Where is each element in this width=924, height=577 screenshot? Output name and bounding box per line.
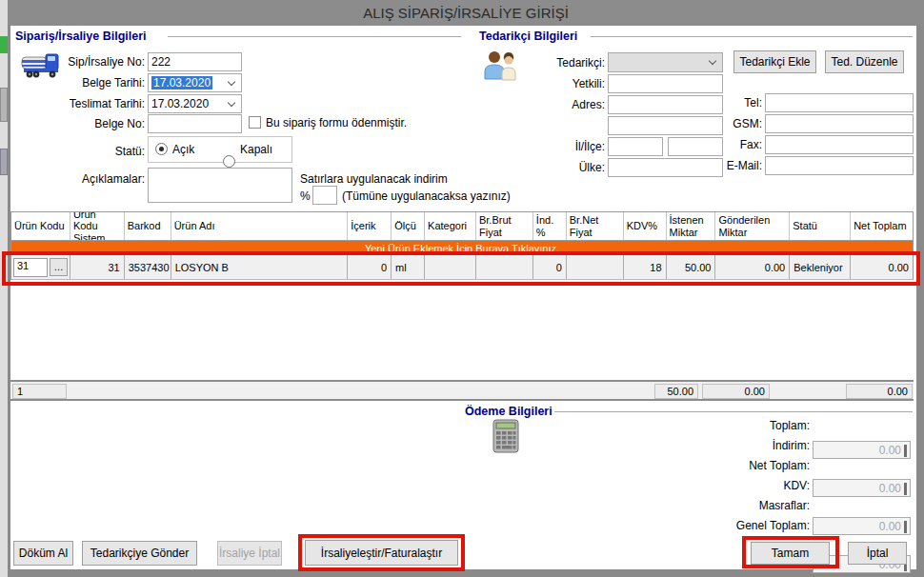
background-window-strip (0, 0, 8, 577)
suppliers-icon (482, 49, 518, 87)
cell-br-brut-fiyat[interactable] (476, 255, 533, 279)
col-header-icerik: İçerik (348, 212, 392, 240)
payment-group-line (554, 411, 913, 412)
discount-text-line1: Satırlara uygulanacak indirim (300, 172, 448, 186)
chevron-down-icon[interactable] (228, 99, 235, 107)
col-header-istenen-miktar: İstenen Miktar (667, 212, 716, 240)
paid-checkbox-label: Bu sipariş formu ödenmiştir. (266, 116, 407, 129)
statu-radio-kapali[interactable] (223, 155, 235, 168)
statu-radio-kapali-label: Kapalı (240, 143, 272, 156)
col-header-urun-adi: Ürün Adı (171, 212, 349, 240)
col-header-net-toplam: Net Toplam (851, 212, 913, 240)
supplier-group-title: Tedarikçi Bilgileri (479, 30, 577, 43)
net-toplam-caret-bar (904, 521, 907, 533)
indirim-value: 0.00 (879, 482, 901, 495)
gsm-input[interactable] (765, 114, 914, 133)
cell-urun-kodu-sistem[interactable]: 31 (70, 255, 125, 279)
toplam-input[interactable]: 0.00 (813, 441, 911, 459)
cell-istenen-miktar[interactable]: 50.00 (667, 255, 716, 279)
calculator-icon (492, 419, 521, 459)
irsaliye-iptal-button[interactable]: İrsaliye İptal (217, 541, 282, 566)
statu-radio-acik[interactable] (155, 143, 168, 155)
chevron-down-icon[interactable] (709, 57, 716, 65)
dialog-titlebar[interactable]: ALIŞ SİPARİŞ/İRSALİYE GİRİŞİ (8, 0, 924, 26)
sip-no-input[interactable]: 222 (148, 52, 242, 71)
ted-duzenle-button[interactable]: Ted. Düzenle (825, 50, 904, 73)
iptal-button[interactable]: İptal (848, 542, 907, 565)
belge-no-input[interactable] (148, 114, 242, 133)
toplam-caret-bar (904, 445, 907, 457)
dialog-title: ALIŞ SİPARİŞ/İRSALİYE GİRİŞİ (363, 5, 569, 21)
grid-header-row: Ürün Kodu Ürün Kodu Sistem Barkod Ürün A… (11, 212, 913, 241)
col-header-olcu: Ölçü (392, 212, 425, 240)
col-header-barkod: Barkod (125, 212, 171, 240)
cell-kdv-pct[interactable]: 18 (624, 255, 667, 279)
product-row[interactable]: 31 … 31 3537430 LOSYON B 0 ml 0 18 50.00… (11, 255, 913, 280)
totals-istenen-miktar: 50.00 (654, 384, 698, 399)
aciklamalar-textarea[interactable] (148, 168, 292, 203)
screen: ALIŞ SİPARİŞ/İRSALİYE GİRİŞİ Sipariş/İrs… (0, 0, 924, 577)
fax-label: Fax: (705, 138, 762, 151)
belge-no-label: Belge No: (45, 117, 145, 130)
email-input[interactable] (765, 156, 914, 175)
totals-row-count: 1 (12, 384, 67, 399)
teslimat-tarihi-value: 17.03.2020 (151, 97, 209, 110)
col-header-urun-kodu-sistem: Ürün Kodu Sistem (70, 212, 125, 240)
email-label: E-Mail: (705, 159, 762, 172)
totals-gonderilen-miktar: 0.00 (702, 384, 770, 399)
cell-br-net-fiyat[interactable] (567, 255, 624, 279)
cell-barkod[interactable]: 3537430 (125, 255, 171, 279)
sip-no-label: Sip/İrsaliye No: (45, 55, 145, 69)
tedarikci-combo[interactable] (608, 52, 723, 72)
chevron-down-icon[interactable] (228, 78, 235, 86)
yetkili-input[interactable] (608, 74, 723, 93)
col-header-urun-kodu: Ürün Kodu (11, 212, 70, 240)
tedarikci-label: Tedarikçi: (519, 56, 605, 70)
cell-ind-pct[interactable]: 0 (533, 255, 567, 279)
col-header-br-net-fiyat: Br.Net Fiyat (567, 212, 624, 240)
payment-group-title: Ödeme Bilgileri (465, 405, 552, 418)
teslimat-tarihi-combo[interactable]: 17.03.2020 (148, 94, 242, 113)
cell-icerik[interactable]: 0 (348, 255, 392, 279)
cell-net-toplam[interactable]: 0.00 (851, 255, 913, 279)
paid-checkbox[interactable] (249, 116, 261, 129)
tel-label: Tel: (705, 96, 762, 109)
product-grid: Ürün Kodu Ürün Kodu Sistem Barkod Ürün A… (10, 211, 914, 280)
adres-label: Adres: (519, 98, 605, 111)
cell-statu[interactable]: Bekleniyor (790, 255, 851, 279)
background-icon-fragment-grey2 (0, 149, 8, 175)
tedarikci-ekle-button[interactable]: Tedarikçi Ekle (733, 50, 816, 73)
product-lookup-button[interactable]: … (50, 258, 68, 276)
fax-input[interactable] (765, 135, 914, 154)
discount-input[interactable] (312, 186, 337, 205)
background-icon-fragment-grey (0, 88, 8, 122)
indirim-label: İndirim: (705, 439, 810, 452)
cell-urun-kodu[interactable]: 31 … (11, 255, 70, 279)
indirim-input[interactable]: 0.00 (813, 479, 911, 497)
kdv-label: KDV: (705, 479, 810, 492)
cell-olcu[interactable]: ml (392, 255, 425, 279)
order-group-title: Sipariş/İrsaliye Bilgileri (15, 30, 147, 43)
net-toplam-label: Net Toplam: (705, 459, 810, 472)
tedarikciye-gonder-button[interactable]: Tedarikçiye Gönder (82, 541, 197, 566)
yetkili-label: Yetkili: (519, 77, 605, 90)
tamam-button[interactable]: Tamam (751, 542, 830, 565)
teslimat-tarihi-label: Teslimat Tarihi: (45, 97, 145, 110)
tel-input[interactable] (765, 93, 914, 112)
col-header-br-brut-fiyat: Br.Brut Fiyat (476, 212, 533, 240)
toplam-value: 0.00 (879, 444, 901, 457)
il-ilce-label: İl/İlçe: (519, 140, 605, 153)
belge-tarihi-combo[interactable]: 17.03.2020 (148, 73, 242, 92)
net-toplam-input[interactable]: 0.00 (813, 517, 911, 535)
cell-gonderilen-miktar[interactable]: 0.00 (715, 255, 790, 279)
irsaliyelestir-faturalastir-button[interactable]: İrsaliyeleştir/Faturalaştır (305, 540, 458, 566)
cell-urun-adi[interactable]: LOSYON B (171, 255, 349, 279)
dokum-al-button[interactable]: Döküm Al (13, 541, 73, 566)
il-input[interactable] (608, 137, 663, 156)
order-group-line (168, 36, 461, 37)
cell-kategori[interactable] (425, 255, 476, 279)
toplam-label: Toplam: (705, 419, 810, 432)
discount-hint: (Tümüne uygulanacaksa yazınız) (342, 189, 511, 203)
urun-kodu-cell-input[interactable]: 31 (13, 258, 48, 277)
add-new-product-row[interactable]: Yeni Ürün Eklemek İçin Buraya Tıklayınız… (11, 241, 913, 255)
